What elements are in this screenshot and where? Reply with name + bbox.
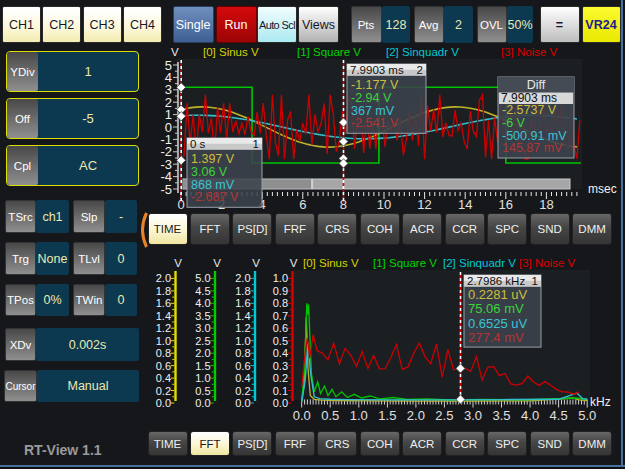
svg-text:0.3: 0.3 <box>273 360 288 372</box>
svg-text:0.0: 0.0 <box>235 397 250 409</box>
svg-text:6: 6 <box>299 197 306 212</box>
svg-text:1.0: 1.0 <box>195 372 210 384</box>
svg-text:[2] Sinquadr V: [2] Sinquadr V <box>443 257 516 269</box>
svg-text:0.5: 0.5 <box>273 335 288 347</box>
svg-text:-2.541 V: -2.541 V <box>351 116 399 130</box>
svg-text:0.8: 0.8 <box>273 297 288 309</box>
svg-text:0.2: 0.2 <box>273 372 288 384</box>
svg-text:2.0: 2.0 <box>195 347 210 359</box>
svg-text:0.7: 0.7 <box>273 310 288 322</box>
svg-text:2.0: 2.0 <box>156 272 171 284</box>
svg-text:msec: msec <box>588 182 617 196</box>
svg-text:4.0: 4.0 <box>195 297 210 309</box>
svg-text:1.4: 1.4 <box>235 310 250 322</box>
svg-text:0.6: 0.6 <box>235 360 250 372</box>
svg-text:Diff: Diff <box>527 78 546 92</box>
svg-text:2.5: 2.5 <box>195 335 210 347</box>
svg-text:V: V <box>174 257 182 269</box>
svg-text:1.4: 1.4 <box>156 310 171 322</box>
svg-text:[3] Noise V: [3] Noise V <box>501 46 558 58</box>
svg-text:5: 5 <box>165 58 172 73</box>
svg-text:2.7986 kHz: 2.7986 kHz <box>467 275 525 287</box>
svg-text:0.9: 0.9 <box>273 285 288 297</box>
svg-text:16: 16 <box>499 197 513 212</box>
svg-text:10: 10 <box>377 197 391 212</box>
svg-text:1.0: 1.0 <box>350 408 368 423</box>
svg-text:1: 1 <box>532 275 538 287</box>
svg-text:7.9903 ms: 7.9903 ms <box>350 64 404 76</box>
svg-text:kHz: kHz <box>590 395 611 409</box>
svg-text:[0] Sinus V: [0] Sinus V <box>303 257 359 269</box>
svg-text:277.4 mV: 277.4 mV <box>468 330 524 345</box>
svg-text:V: V <box>171 46 179 58</box>
svg-text:0.8: 0.8 <box>235 347 250 359</box>
svg-text:0.6: 0.6 <box>273 322 288 334</box>
svg-text:0.5: 0.5 <box>321 408 339 423</box>
svg-text:2.0: 2.0 <box>407 408 425 423</box>
svg-text:0.2: 0.2 <box>156 385 171 397</box>
svg-text:0.2: 0.2 <box>235 385 250 397</box>
svg-text:75.06 mV: 75.06 mV <box>468 301 524 316</box>
svg-text:0.2281 uV: 0.2281 uV <box>468 287 528 302</box>
svg-text:0.0: 0.0 <box>156 397 171 409</box>
svg-text:1: 1 <box>253 138 259 150</box>
svg-text:0.4: 0.4 <box>235 372 250 384</box>
svg-text:1.5: 1.5 <box>195 360 210 372</box>
svg-text:3.5: 3.5 <box>195 310 210 322</box>
svg-text:3.0: 3.0 <box>195 322 210 334</box>
svg-text:1.0: 1.0 <box>273 272 288 284</box>
svg-text:0.6525 uV: 0.6525 uV <box>468 316 528 331</box>
svg-text:1.6: 1.6 <box>235 297 250 309</box>
svg-text:1.5: 1.5 <box>378 408 396 423</box>
svg-text:12: 12 <box>417 197 431 212</box>
svg-text:3.5: 3.5 <box>492 408 510 423</box>
svg-text:0.6: 0.6 <box>156 360 171 372</box>
svg-text:2.5: 2.5 <box>435 408 453 423</box>
svg-text:1.0: 1.0 <box>156 335 171 347</box>
svg-text:V: V <box>290 257 298 269</box>
svg-text:[3] Noise V: [3] Noise V <box>519 257 576 269</box>
svg-text:V: V <box>252 257 260 269</box>
svg-text:1.6: 1.6 <box>156 297 171 309</box>
svg-text:0 s: 0 s <box>190 138 206 150</box>
svg-text:0.0: 0.0 <box>195 397 210 409</box>
svg-text:0.4: 0.4 <box>156 372 171 384</box>
svg-text:0.4: 0.4 <box>273 347 288 359</box>
svg-text:0.5: 0.5 <box>195 385 210 397</box>
svg-text:145.87 mV: 145.87 mV <box>502 141 563 155</box>
svg-text:0.1: 0.1 <box>273 385 288 397</box>
svg-text:[0] Sinus V: [0] Sinus V <box>203 46 259 58</box>
svg-text:[2] Sinquadr V: [2] Sinquadr V <box>386 46 459 58</box>
svg-text:2.0: 2.0 <box>235 272 250 284</box>
svg-text:14: 14 <box>458 197 472 212</box>
svg-text:1.8: 1.8 <box>235 285 250 297</box>
svg-text:4.0: 4.0 <box>521 408 539 423</box>
svg-text:-2.687 V: -2.687 V <box>191 190 239 204</box>
svg-text:2: 2 <box>417 64 423 76</box>
svg-text:3.0: 3.0 <box>464 408 482 423</box>
svg-text:1.2: 1.2 <box>156 322 171 334</box>
svg-text:[1] Square V: [1] Square V <box>297 46 361 58</box>
svg-text:1.8: 1.8 <box>156 285 171 297</box>
svg-text:4.5: 4.5 <box>550 408 568 423</box>
svg-text:[1] Square V: [1] Square V <box>373 257 437 269</box>
svg-text:0.0: 0.0 <box>273 397 288 409</box>
svg-text:1.0: 1.0 <box>235 335 250 347</box>
svg-text:0.0: 0.0 <box>293 408 311 423</box>
svg-text:5.0: 5.0 <box>578 408 596 423</box>
svg-text:5.0: 5.0 <box>195 272 210 284</box>
svg-text:V: V <box>213 257 221 269</box>
svg-text:4.5: 4.5 <box>195 285 210 297</box>
svg-text:1.2: 1.2 <box>235 322 250 334</box>
svg-text:18: 18 <box>539 197 553 212</box>
svg-text:0.8: 0.8 <box>156 347 171 359</box>
